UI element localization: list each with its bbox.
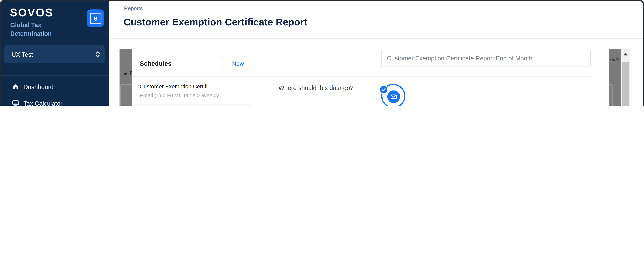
brand-product-line2: Determination — [10, 29, 64, 38]
dimmed-table-left: F A Org Cod UXT UXT UXT UXT UXT UXT UXT — [120, 49, 132, 106]
schedule-item-subtitle: Email (1) > HTML Table > Weekly — [140, 93, 219, 99]
sidebar-item-label: Dashboard — [24, 83, 54, 90]
sidebar-item-label: Tax Calculator — [24, 100, 62, 106]
sidebar: SOVOS Global Tax Determination S UX Test… — [1, 1, 109, 106]
schedule-name-value: Customer Exemption Certificate Report En… — [387, 50, 532, 66]
selected-check-badge — [379, 85, 388, 94]
app-window: SOVOS Global Tax Determination S UX Test… — [0, 0, 644, 106]
expander-triangle-icon — [123, 73, 128, 76]
new-schedule-button[interactable]: New — [222, 57, 254, 70]
check-icon — [381, 88, 386, 92]
brand-product-line1: Global Tax — [10, 21, 64, 29]
page-title: Customer Exemption Certificate Report — [124, 17, 308, 28]
dimmed-table-right: ago y to TJ ooker — [609, 49, 622, 106]
sidebar-item-tax-calculator[interactable]: Tax Calculator — [4, 95, 106, 106]
schedule-list-item[interactable]: Customer Exemption Certifi... Email (1) … — [132, 77, 252, 104]
email-icon — [390, 94, 397, 99]
scroll-up-icon[interactable] — [624, 53, 628, 56]
workspace-selector-value: UX Test — [12, 51, 33, 58]
brand-product: Global Tax Determination — [10, 21, 64, 38]
dimmed-top-text: ago — [610, 55, 619, 61]
workspace-selector[interactable]: UX Test — [4, 45, 105, 63]
modal-scrollbar[interactable] — [622, 49, 630, 106]
dimmed-panel — [120, 84, 132, 106]
calculator-icon — [12, 99, 20, 106]
brand-name: SOVOS — [10, 7, 54, 19]
dimmed-filter-label: F — [129, 70, 132, 76]
destination-question: Where should this data go? — [278, 84, 354, 91]
main-content: Reports Customer Exemption Certificate R… — [109, 1, 643, 106]
sidebar-divider — [1, 75, 109, 76]
sidebar-item-dashboard[interactable]: Dashboard — [4, 79, 106, 95]
chevron-up-down-icon — [95, 51, 100, 58]
scrollbar-thumb[interactable] — [622, 62, 629, 106]
sovos-logo-letter: S — [90, 13, 101, 24]
sovos-logo-icon: S — [87, 10, 104, 27]
screenshot-stage: SOVOS Global Tax Determination S UX Test… — [0, 0, 644, 106]
home-icon — [12, 83, 20, 91]
schedule-item-title: Customer Exemption Certifi... — [140, 84, 212, 90]
schedules-heading: Schedules — [140, 60, 172, 67]
schedule-name-input[interactable]: Customer Exemption Certificate Report En… — [381, 50, 590, 67]
dimmed-panel — [609, 84, 613, 106]
breadcrumb[interactable]: Reports — [124, 5, 143, 12]
schedule-list-item-selected[interactable]: Customer Exemption Certifi... Email (0) … — [132, 104, 252, 106]
header-divider — [109, 38, 643, 39]
